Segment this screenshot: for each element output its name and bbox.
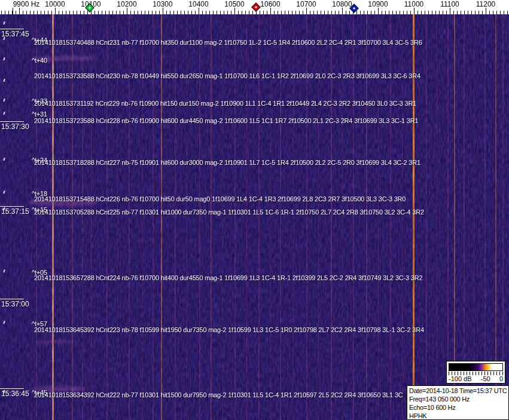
meteor-echo-app-window: 9900 Hz100001010010200103001040010500106… <box>0 0 509 420</box>
signal-streak <box>426 14 427 420</box>
freq-tick-label: 10900 <box>368 0 388 8</box>
freq-tick-label: 10200 <box>117 0 136 8</box>
echo-record-line: 20141018153740488 hCnt231 nb-77 f10700 h… <box>34 39 422 47</box>
signal-streak <box>474 14 474 420</box>
time-label: 15:37:30 <box>0 121 29 131</box>
freq-tick-label: 11100 <box>440 0 459 8</box>
echo-record-lines: 20141018153740488 hCnt231 nb-77 f10700 h… <box>0 0 509 420</box>
freq-tick-label: 11200 <box>476 0 495 8</box>
echo-band <box>35 340 78 344</box>
event-time-marker: ^t+40 <box>32 57 47 65</box>
time-tick-overline <box>0 29 24 29</box>
signal-streak <box>447 14 449 420</box>
signal-streak <box>464 14 465 420</box>
signal-streak <box>454 14 455 420</box>
echo-record-line: 20141018153723588 hCnt228 nb-76 f10900 h… <box>34 117 418 125</box>
freq-tick-label: 10600 <box>260 0 280 8</box>
time-tick-overline <box>0 121 24 122</box>
freq-tick-label: 10300 <box>153 0 172 8</box>
echo-record-line: 20141018153634392 hCnt222 nb-77 f10301 h… <box>34 391 403 399</box>
freq-tick-label: 9900 Hz <box>13 0 40 8</box>
info-date-time: Date=2014-10-18 Time=15:37 UTC <box>409 387 507 395</box>
status-info-box: Date=2014-10-18 Time=15:37 UTC Freq=143 … <box>407 385 509 420</box>
db-label-min: -100 dB <box>449 375 472 382</box>
freq-tick-label: 10700 <box>296 0 316 8</box>
db-gradient-bar <box>449 363 503 371</box>
info-frequency: Freq=143 050 000 Hz <box>409 395 507 403</box>
info-echo-frequency: Echo=10 600 Hz <box>409 403 507 412</box>
echo-record-line: 20141018153715488 hCnt226 nb-76 f10700 h… <box>34 195 406 203</box>
signal-streak <box>484 14 486 420</box>
freq-tick-label: 10000 <box>45 0 65 8</box>
info-station-id: HPHK <box>409 412 507 420</box>
time-label: 15:37:00 <box>0 299 29 308</box>
freq-tick-label: 10500 <box>224 0 244 8</box>
echo-record-line: 20141018153731192 hCnt229 nb-76 f10900 h… <box>34 100 416 108</box>
time-tick-overline <box>0 299 24 299</box>
time-tick-overline <box>0 388 24 389</box>
signal-streak <box>495 14 496 420</box>
echo-record-line: 20141018153733588 hCnt230 nb-78 f10449 h… <box>34 72 420 80</box>
echo-record-line: 20141018153645392 hCnt223 nb-78 f10599 h… <box>34 326 424 334</box>
freq-tick-label: 10400 <box>188 0 208 8</box>
db-scale-legend: -100 dB -50 0 <box>446 361 505 384</box>
freq-tick-label: 10800 <box>332 0 352 8</box>
freq-tick-label: 11000 <box>404 0 423 8</box>
db-label-mid: -50 <box>481 375 490 382</box>
signal-streak <box>437 14 437 420</box>
db-label-max: 0 <box>499 375 503 382</box>
echo-record-line: 20141018153657288 hCnt224 nb-76 f10700 h… <box>34 274 422 282</box>
echo-record-line: 20141018153705288 hCnt225 nb-77 f10301 h… <box>34 209 424 216</box>
echo-record-line: 20141018153718288 hCnt227 nb-75 f10901 h… <box>34 159 420 167</box>
signal-streak <box>502 14 504 420</box>
